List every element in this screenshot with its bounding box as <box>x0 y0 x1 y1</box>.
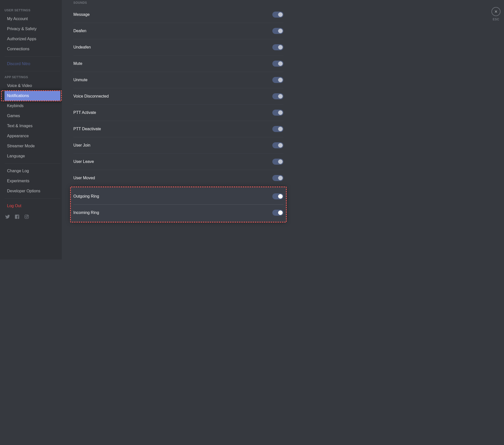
toggle-voice-disconnected[interactable] <box>272 93 283 99</box>
sidebar-item-appearance[interactable]: Appearance <box>5 131 60 141</box>
toggle-unmute[interactable] <box>272 77 283 83</box>
sidebar-item-logout[interactable]: Log Out <box>5 201 60 211</box>
sidebar-item-experiments[interactable]: Experiments <box>5 176 60 186</box>
sound-label: Message <box>73 12 90 17</box>
sidebar-item-streamer-mode[interactable]: Streamer Mode <box>5 141 60 151</box>
toggle-incoming-ring[interactable] <box>272 210 283 216</box>
sidebar-section-app: APP SETTINGS <box>5 74 60 80</box>
sound-label: Incoming Ring <box>73 210 99 215</box>
toggle-outgoing-ring[interactable] <box>272 193 283 199</box>
sidebar-section-user: USER SETTINGS <box>5 7 60 14</box>
instagram-icon[interactable] <box>24 214 29 219</box>
sound-label: User Join <box>73 143 90 148</box>
sidebar-item-connections[interactable]: Connections <box>5 44 60 54</box>
settings-sidebar: USER SETTINGS My Account Privacy & Safet… <box>0 0 62 259</box>
sidebar-item-developer-options[interactable]: Developer Options <box>5 186 60 196</box>
sound-row-ptt-deactivate: PTT Deactivate <box>73 121 283 137</box>
sound-row-user-moved: User Moved <box>73 170 283 186</box>
toggle-deafen[interactable] <box>272 28 283 34</box>
sidebar-item-games[interactable]: Games <box>5 111 60 121</box>
toggle-undeafen[interactable] <box>272 44 283 50</box>
sidebar-item-change-log[interactable]: Change Log <box>5 166 60 176</box>
sidebar-item-nitro[interactable]: Discord Nitro <box>5 59 60 69</box>
sound-label: PTT Deactivate <box>73 127 101 131</box>
divider <box>5 198 60 199</box>
sidebar-item-privacy-safety[interactable]: Privacy & Safety <box>5 24 60 34</box>
sidebar-item-authorized-apps[interactable]: Authorized Apps <box>5 34 60 44</box>
twitter-icon[interactable] <box>5 214 10 219</box>
sound-label: Outgoing Ring <box>73 194 99 199</box>
svg-point-2 <box>28 215 28 216</box>
sidebar-item-text-images[interactable]: Text & Images <box>5 121 60 131</box>
sound-label: Mute <box>73 61 82 66</box>
toggle-user-leave[interactable] <box>272 159 283 165</box>
sound-label: Undeafen <box>73 45 91 50</box>
sidebar-item-keybinds[interactable]: Keybinds <box>5 101 60 111</box>
toggle-ptt-deactivate[interactable] <box>272 126 283 132</box>
sound-row-user-leave: User Leave <box>73 154 283 170</box>
highlighted-ring-block: Outgoing Ring Incoming Ring <box>71 187 286 222</box>
sound-row-unmute: Unmute <box>73 72 283 88</box>
sound-label: PTT Activate <box>73 110 96 115</box>
sound-row-deafen: Deafen <box>73 23 283 39</box>
sound-label: Unmute <box>73 78 87 82</box>
sidebar-item-voice-video[interactable]: Voice & Video <box>5 81 60 91</box>
sidebar-item-notifications[interactable]: Notifications <box>5 91 60 101</box>
sound-row-outgoing-ring: Outgoing Ring <box>73 188 283 205</box>
toggle-user-join[interactable] <box>272 142 283 148</box>
sound-label: User Leave <box>73 159 94 164</box>
sound-label: Voice Disconnected <box>73 94 109 99</box>
sound-row-ptt-activate: PTT Activate <box>73 105 283 121</box>
settings-content: SOUNDS Message Deafen Undeafen Mute Unmu… <box>62 0 295 259</box>
sound-row-user-join: User Join <box>73 137 283 154</box>
sound-row-incoming-ring: Incoming Ring <box>73 205 283 221</box>
divider <box>5 163 60 164</box>
toggle-ptt-activate[interactable] <box>272 110 283 116</box>
sounds-section-header: SOUNDS <box>73 0 283 7</box>
facebook-icon[interactable] <box>15 214 20 219</box>
sound-row-message: Message <box>73 7 283 23</box>
sound-label: Deafen <box>73 29 86 33</box>
divider <box>5 56 60 57</box>
sidebar-item-language[interactable]: Language <box>5 151 60 161</box>
sound-row-mute: Mute <box>73 56 283 72</box>
divider <box>5 71 60 71</box>
social-links <box>5 211 60 222</box>
sound-row-undeafen: Undeafen <box>73 39 283 56</box>
toggle-message[interactable] <box>272 12 283 18</box>
svg-point-1 <box>26 216 28 218</box>
toggle-mute[interactable] <box>272 61 283 67</box>
sound-label: User Moved <box>73 176 95 180</box>
sidebar-item-my-account[interactable]: My Account <box>5 14 60 24</box>
sound-row-voice-disconnected: Voice Disconnected <box>73 88 283 105</box>
toggle-user-moved[interactable] <box>272 175 283 181</box>
